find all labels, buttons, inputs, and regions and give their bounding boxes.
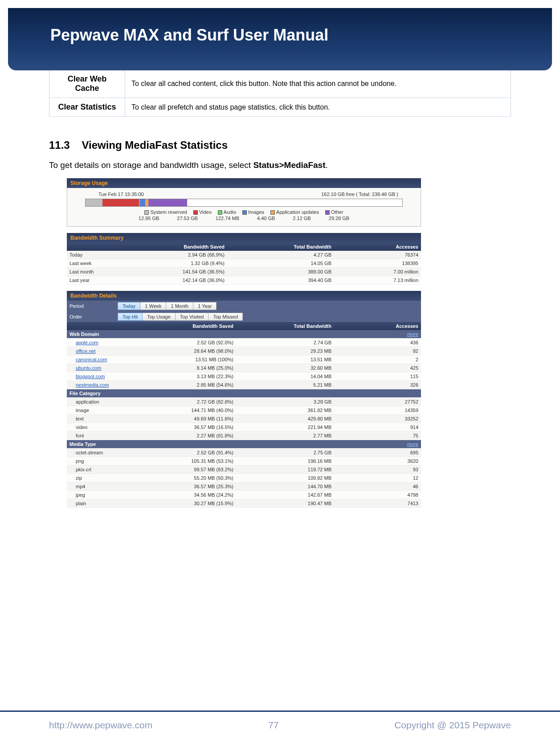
storage-legend: System reservedVideoAudioImagesApplicati… <box>72 209 416 215</box>
footer-page-number: 77 <box>268 720 278 731</box>
section-heading: 11.3 Viewing MediaFast Statistics <box>49 139 511 151</box>
legend-audio: Audio <box>218 209 236 215</box>
cell-saved: 30.27 MB (15.9%) <box>138 499 236 508</box>
cell-total: 388.00 GB <box>227 268 334 276</box>
cell-accesses: 7.00 million <box>334 268 421 276</box>
cell-saved: 2.85 MB (54.6%) <box>138 381 236 389</box>
legend-other: Other <box>325 209 343 215</box>
cell-saved: 2.27 MB (81.8%) <box>138 432 236 440</box>
col-name <box>67 322 138 330</box>
cell-accesses: 93 <box>334 466 421 474</box>
cell-name: canonical.com <box>67 355 138 364</box>
legend-val-images: 4.40 GB <box>257 216 275 221</box>
storage-panel: Tue Feb 17 15:35:00 162.10 GB free ( Tot… <box>67 188 421 227</box>
cell-accesses: 436 <box>334 339 421 347</box>
cell-saved: 55.20 MB (50.3%) <box>138 474 236 482</box>
period-button-1-month[interactable]: 1 Month <box>166 302 193 310</box>
table-row: octet-stream2.52 GB (91.4%)2.75 GB695 <box>67 449 421 457</box>
storage-seg-video <box>102 199 139 206</box>
cell-total: 429.80 MB <box>236 415 334 423</box>
cell-total: 2.75 GB <box>236 449 334 457</box>
def-term: Clear Web Cache <box>49 70 125 98</box>
table-row: jpeg34.56 MB (24.2%)142.67 MB4798 <box>67 491 421 499</box>
more-link[interactable]: more <box>407 331 418 337</box>
cell-saved: 99.57 MB (83.2%) <box>138 466 236 474</box>
cell-total: 221.94 MB <box>236 423 334 432</box>
cell-name: zip <box>67 474 138 482</box>
legend-val-audio: 122.74 MB <box>216 216 239 221</box>
cell-total: 14.05 GB <box>227 259 334 268</box>
cell-total: 109.82 MB <box>236 474 334 482</box>
cell-total: 190.47 MB <box>236 499 334 508</box>
cell-total: 14.04 MB <box>236 372 334 381</box>
intro-bold: Status>MediaFast <box>253 160 325 170</box>
cell-name: octet-stream <box>67 449 138 457</box>
cell-accesses: 138395 <box>334 259 421 268</box>
order-buttons: Top HitTop UsageTop VisitedTop Missed <box>118 313 243 321</box>
period-button-1-week[interactable]: 1 Week <box>140 302 166 310</box>
storage-timestamp: Tue Feb 17 15:35:00 <box>98 192 144 197</box>
page-footer: http://www.pepwave.com 77 Copyright @ 20… <box>0 710 560 731</box>
cell-total: 4.27 GB <box>227 251 334 259</box>
legend-val-video: 27.53 GB <box>177 216 197 221</box>
cell-saved: 34.56 MB (24.2%) <box>138 491 236 499</box>
table-row: text49.69 MB (11.6%)429.80 MB33252 <box>67 415 421 423</box>
cell-saved: 2.52 GB (92.0%) <box>138 339 236 347</box>
cell-total: 3.28 GB <box>236 398 334 406</box>
legend-val-other: 29.28 GB <box>329 216 349 221</box>
cell-name: png <box>67 457 138 466</box>
document-title: Pepwave MAX and Surf User Manual <box>8 8 552 45</box>
period-button-today[interactable]: Today <box>118 302 140 310</box>
cell-accesses: 76374 <box>334 251 421 259</box>
cell-accesses: 425 <box>334 364 421 372</box>
group-name: Web Domain <box>67 330 334 339</box>
cell-name: plain <box>67 499 138 508</box>
cell-total: 13.51 MB <box>236 355 334 364</box>
row-link[interactable]: nextmedia.com <box>76 382 109 388</box>
cell-accesses: 75 <box>334 432 421 440</box>
cell-period: Today <box>67 251 120 259</box>
definition-table: Clear Web CacheTo clear all cached conte… <box>49 69 511 117</box>
storage-seg-free <box>187 199 402 206</box>
cell-saved: 3.13 MB (22.3%) <box>138 372 236 381</box>
storage-free-text: 162.10 GB free ( Total: 238.48 GB ) <box>321 192 398 197</box>
legend-video: Video <box>193 209 212 215</box>
cell-total: 2.77 MB <box>236 432 334 440</box>
bandwidth-details-title: Bandwidth Details <box>67 291 421 301</box>
cell-total: 198.16 MB <box>236 457 334 466</box>
section-intro: To get details on storage and bandwidth … <box>49 160 511 170</box>
row-link[interactable]: blogspot.com <box>76 374 105 379</box>
order-button-top-visited[interactable]: Top Visited <box>176 313 209 321</box>
cell-name: text <box>67 415 138 423</box>
cell-accesses: 2 <box>334 355 421 364</box>
order-button-top-usage[interactable]: Top Usage <box>143 313 176 321</box>
order-button-top-missed[interactable]: Top Missed <box>208 313 243 321</box>
table-row: zip55.20 MB (50.3%)109.82 MB12 <box>67 474 421 482</box>
more-link[interactable]: more <box>407 441 418 447</box>
cell-accesses: 12 <box>334 474 421 482</box>
intro-pre: To get details on storage and bandwidth … <box>49 160 253 170</box>
legend-images: Images <box>242 209 264 215</box>
table-row: office.net28.64 MB (98.0%)29.23 MB92 <box>67 347 421 355</box>
storage-panel-title: Storage Usage <box>67 178 421 188</box>
col-period <box>67 243 120 251</box>
bandwidth-details-controls: Period Today1 Week1 Month1 Year Order To… <box>67 301 421 322</box>
cell-accesses: 92 <box>334 347 421 355</box>
cell-name: mp4 <box>67 482 138 491</box>
cell-name: nextmedia.com <box>67 381 138 389</box>
table-row: ubuntu.com8.14 MB (25.0%)32.60 MB425 <box>67 364 421 372</box>
row-link[interactable]: apple.com <box>76 340 98 345</box>
cell-accesses: 27752 <box>334 398 421 406</box>
cell-name: jpeg <box>67 491 138 499</box>
order-button-top-hit[interactable]: Top Hit <box>118 313 143 321</box>
table-row: pkix-crl99.57 MB (83.2%)119.72 MB93 <box>67 466 421 474</box>
cell-total: 144.70 MB <box>236 482 334 491</box>
cell-saved: 142.14 GB (36.0%) <box>120 276 227 285</box>
row-link[interactable]: canonical.com <box>76 357 107 362</box>
row-link[interactable]: office.net <box>76 348 95 354</box>
period-button-1-year[interactable]: 1 Year <box>193 302 217 310</box>
storage-bar <box>85 199 403 207</box>
table-row: Last year142.14 GB (36.0%)394.40 GB7.13 … <box>67 276 421 285</box>
row-link[interactable]: ubuntu.com <box>76 365 101 371</box>
table-row: png105.31 MB (53.1%)198.16 MB3620 <box>67 457 421 466</box>
